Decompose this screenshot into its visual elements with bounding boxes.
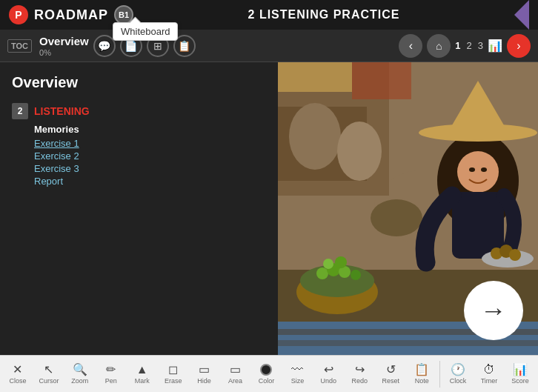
toc-label: TOC: [7, 39, 32, 53]
sidebar: Overview 2 LISTENING Memories Exercise 1…: [0, 62, 278, 355]
size-label: Size: [291, 377, 305, 385]
mark-icon: ▲: [136, 364, 148, 376]
cursor-label: Cursor: [39, 377, 59, 385]
erase-icon: ◻: [168, 364, 178, 376]
svg-point-10: [335, 256, 347, 268]
size-icon: 〰: [291, 364, 303, 376]
svg-point-5: [316, 268, 328, 279]
color-label: Color: [259, 377, 275, 385]
tool-undo[interactable]: ↩ Undo: [313, 357, 343, 391]
tool-timer[interactable]: ⏱ Timer: [474, 357, 504, 391]
tool-reset[interactable]: ↺ Reset: [376, 357, 405, 391]
whiteboard-tooltip: Whiteboard: [113, 22, 178, 41]
note-label: Note: [415, 377, 429, 385]
exercise-2-link[interactable]: Exercise 2: [34, 150, 266, 162]
svg-rect-32: [278, 62, 352, 92]
svg-point-19: [469, 167, 475, 172]
sidebar-title: Overview: [12, 74, 266, 91]
timer-icon: ⏱: [483, 364, 495, 376]
big-next-arrow-btn[interactable]: →: [464, 281, 523, 340]
undo-icon: ↩: [324, 364, 333, 376]
section-num: 2: [12, 103, 28, 119]
tool-hide[interactable]: ▭ Hide: [190, 357, 219, 391]
color-swatch: [260, 364, 272, 376]
pen-icon: ✏: [106, 364, 116, 376]
tool-redo[interactable]: ↪ Redo: [345, 357, 374, 391]
zoom-label: Zoom: [71, 377, 88, 385]
svg-point-30: [289, 103, 341, 170]
svg-point-25: [509, 249, 521, 261]
timer-label: Timer: [481, 377, 498, 385]
tool-erase[interactable]: ◻ Erase: [159, 357, 188, 391]
mark-label: Mark: [135, 377, 150, 385]
tool-zoom[interactable]: 🔍 Zoom: [65, 357, 95, 391]
tool-mark[interactable]: ▲ Mark: [127, 357, 157, 391]
section-label: LISTENING: [34, 105, 90, 117]
report-link[interactable]: Report: [34, 176, 266, 187]
purple-triangle-icon: [514, 0, 529, 30]
top-bar: P ROADMAP B1 2 LISTENING PRACTICE: [0, 0, 538, 30]
hide-icon: ▭: [199, 364, 210, 376]
toolbar-separator: [439, 361, 440, 388]
tool-cursor[interactable]: ↖ Cursor: [34, 357, 64, 391]
main-content: Overview 2 LISTENING Memories Exercise 1…: [0, 62, 538, 355]
score-icon: 📊: [513, 364, 528, 376]
bottom-toolbar: ✕ Close ↖ Cursor 🔍 Zoom ✏ Pen ▲ Mark ◻ E…: [0, 355, 538, 392]
svg-point-18: [457, 151, 499, 193]
section-item: 2 LISTENING: [12, 103, 266, 119]
section-sub: Memories: [34, 124, 266, 135]
zoom-icon: 🔍: [73, 364, 87, 376]
area-label: Area: [228, 377, 242, 385]
tool-size[interactable]: 〰 Size: [282, 357, 312, 391]
tool-pen[interactable]: ✏ Pen: [96, 357, 126, 391]
svg-point-8: [351, 270, 361, 280]
tool-clock[interactable]: 🕐 Clock: [443, 357, 473, 391]
svg-point-31: [337, 122, 382, 181]
image-panel: →: [278, 62, 538, 355]
tool-close[interactable]: ✕ Close: [3, 357, 33, 391]
redo-label: Redo: [352, 377, 368, 385]
svg-point-12: [371, 199, 422, 236]
home-btn[interactable]: ⌂: [427, 34, 451, 58]
cursor-icon: ↖: [44, 364, 53, 376]
page-3[interactable]: 3: [478, 40, 483, 51]
tool-color[interactable]: Color: [252, 357, 282, 391]
close-icon: ✕: [13, 364, 22, 376]
undo-label: Undo: [321, 377, 337, 385]
nav-bar: TOC Overview 0% 💬 📄 ⊞ 📋 ‹ ⌂ 1 2 3 📊 ›: [0, 30, 538, 62]
hide-label: Hide: [197, 377, 211, 385]
clock-label: Clock: [450, 377, 467, 385]
svg-point-9: [323, 259, 333, 269]
top-bar-right: [514, 0, 529, 30]
reset-label: Reset: [382, 377, 399, 385]
svg-point-20: [481, 167, 487, 172]
reset-icon: ↺: [386, 364, 396, 376]
page-title: 2 LISTENING PRACTICE: [248, 8, 400, 21]
overview-section: Overview 0%: [39, 35, 89, 57]
exercise-3-link[interactable]: Exercise 3: [34, 163, 266, 174]
svg-rect-33: [352, 62, 411, 99]
overview-label: Overview: [39, 35, 89, 47]
big-arrow-icon: →: [480, 295, 507, 326]
logo-icon: P: [9, 5, 28, 24]
whiteboard-tooltip-text: Whiteboard: [121, 26, 170, 37]
pen-label: Pen: [105, 377, 117, 385]
score-label: Score: [511, 377, 529, 385]
chart-icon: 📊: [488, 39, 502, 53]
next-arrow-btn[interactable]: ›: [507, 34, 531, 58]
tool-score[interactable]: 📊 Score: [505, 357, 535, 391]
page-2[interactable]: 2: [467, 40, 472, 51]
erase-label: Erase: [165, 377, 182, 385]
svg-rect-27: [278, 340, 538, 346]
note-icon: 📋: [414, 364, 429, 376]
area-icon: ▭: [230, 364, 241, 376]
redo-icon: ↪: [355, 364, 365, 376]
nav-center: ‹ ⌂ 1 2 3 📊 ›: [399, 34, 531, 58]
close-label: Close: [9, 377, 26, 385]
prev-arrow-btn[interactable]: ‹: [399, 34, 422, 58]
exercise-1-link[interactable]: Exercise 1: [34, 138, 266, 149]
page-nums: 1 2 3: [455, 40, 483, 51]
tool-note[interactable]: 📋 Note: [407, 357, 436, 391]
tool-area[interactable]: ▭ Area: [221, 357, 250, 391]
page-1[interactable]: 1: [455, 40, 460, 51]
